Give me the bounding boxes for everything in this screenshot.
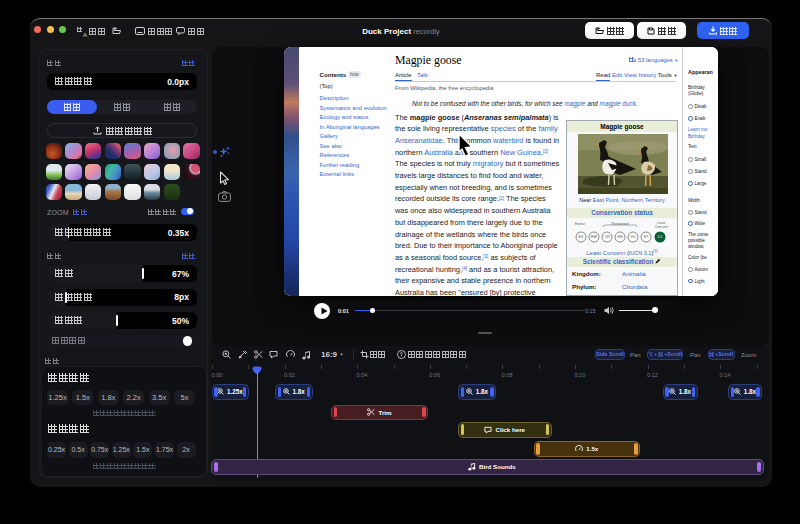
svg-text:LC: LC [658,235,663,239]
svg-text:EN: EN [618,235,623,239]
svg-text:Threatened: Threatened [611,222,628,226]
svg-text:EW: EW [591,235,597,239]
svg-text:Concern: Concern [655,225,668,229]
svg-text:EX: EX [579,235,584,239]
svg-text:VU: VU [631,235,636,239]
svg-text:NT: NT [644,235,650,239]
svg-text:CR: CR [604,235,610,239]
svg-text:Extinct: Extinct [575,222,585,226]
